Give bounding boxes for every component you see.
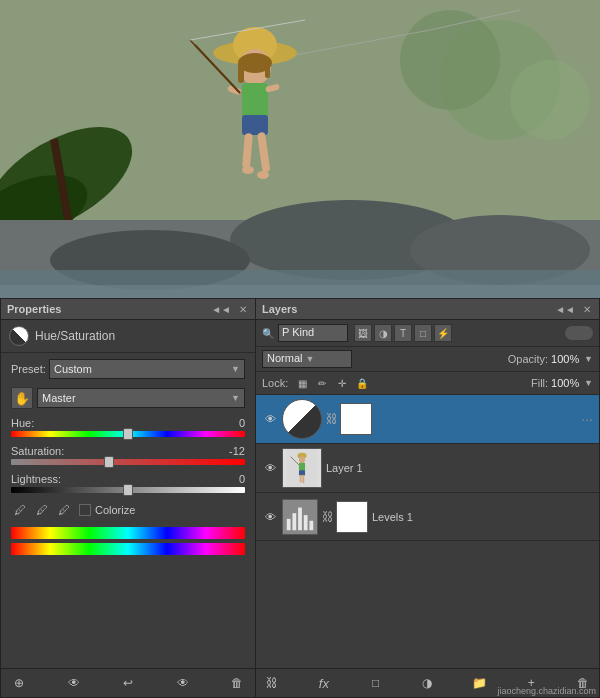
hue-slider-group: Hue: 0 (11, 417, 245, 437)
layers-collapse-btn[interactable]: ◄◄ (553, 304, 577, 315)
colorize-checkbox[interactable] (79, 504, 91, 516)
lock-pixels-btn[interactable]: ✏ (314, 375, 330, 391)
preset-arrow-icon: ▼ (231, 364, 240, 374)
add-adjustment-btn[interactable]: ◑ (417, 673, 437, 693)
eyedropper-group: 🖊 🖊 🖊 (11, 501, 73, 519)
lock-transparent-btn[interactable]: ▦ (294, 375, 310, 391)
add-mask-btn[interactable]: □ (366, 673, 386, 693)
saturation-thumb[interactable] (104, 456, 114, 468)
shape-filter-btn[interactable]: □ (414, 324, 432, 342)
svg-rect-21 (242, 83, 268, 118)
fill-label: Fill: (531, 377, 548, 389)
lock-position-btn[interactable]: ✛ (334, 375, 350, 391)
hue-sat-visibility-icon[interactable]: 👁 (262, 411, 278, 427)
saturation-track[interactable] (11, 459, 245, 465)
panels-container: Properties ◄◄ ✕ Hue/Saturation Preset: C… (0, 298, 600, 698)
hue-label: Hue: (11, 417, 34, 429)
blend-mode-select[interactable]: Normal ▼ (262, 350, 352, 368)
blend-mode-arrow-icon: ▼ (306, 354, 315, 364)
channel-arrow-icon: ▼ (231, 393, 240, 403)
history-btn[interactable]: ↩ (118, 673, 138, 693)
colorize-label[interactable]: Colorize (79, 504, 135, 516)
colorize-row: 🖊 🖊 🖊 Colorize (11, 501, 245, 519)
link-layers-btn[interactable]: ⛓ (262, 673, 282, 693)
svg-rect-24 (242, 115, 268, 135)
svg-rect-38 (302, 475, 304, 483)
levels-thumbnail (282, 499, 318, 535)
layers-titlebar: Layers ◄◄ ✕ (256, 299, 599, 320)
levels-visibility-icon[interactable]: 👁 (262, 509, 278, 525)
opacity-arrow-icon: ▼ (584, 354, 593, 364)
hue-track[interactable] (11, 431, 245, 437)
add-group-btn[interactable]: 📁 (469, 673, 489, 693)
layer-1-item[interactable]: 👁 Layer 1 (256, 444, 599, 493)
saturation-value: -12 (220, 445, 245, 457)
svg-rect-25 (242, 133, 253, 169)
hue-sat-layer-item[interactable]: 👁 ⛓ ··· (256, 395, 599, 444)
adjustment-filter-btn[interactable]: ◑ (374, 324, 392, 342)
channel-select[interactable]: Master ▼ (37, 388, 245, 408)
svg-rect-36 (299, 470, 305, 475)
properties-collapse-btn[interactable]: ◄◄ (209, 304, 233, 315)
watermark: jiaocheng.chazidian.com (497, 686, 596, 696)
layers-list: 👁 ⛓ ··· 👁 (256, 395, 599, 668)
visibility-btn[interactable]: 👁 (64, 673, 84, 693)
lightness-value: 0 (220, 473, 245, 485)
channel-row: ✋ Master ▼ (11, 387, 245, 409)
fx-btn[interactable]: fx (314, 673, 334, 693)
preset-select[interactable]: Custom ▼ (49, 359, 245, 379)
pixel-filter-btn[interactable]: 🖼 (354, 324, 372, 342)
preset-label: Preset: (11, 363, 49, 375)
properties-panel: Properties ◄◄ ✕ Hue/Saturation Preset: C… (0, 298, 256, 698)
smart-filter-btn[interactable]: ⚡ (434, 324, 452, 342)
levels-link-icon: ⛓ (322, 510, 332, 524)
layers-panel: Layers ◄◄ ✕ 🔍 P Kind 🖼 ◑ T □ ⚡ N (256, 298, 600, 698)
eyedropper-btn[interactable]: 🖊 (11, 501, 29, 519)
svg-rect-19 (238, 63, 244, 83)
layers-panel-controls: ◄◄ ✕ (553, 304, 593, 315)
eyedropper-add-btn[interactable]: 🖊 (33, 501, 51, 519)
svg-rect-42 (292, 513, 296, 530)
type-filter-btn[interactable]: T (394, 324, 412, 342)
layer-1-visibility-icon[interactable]: 👁 (262, 460, 278, 476)
hue-value: 0 (220, 417, 245, 429)
lightness-track[interactable] (11, 487, 245, 493)
eyedropper-subtract-btn[interactable]: 🖊 (55, 501, 73, 519)
delete-btn[interactable]: 🗑 (227, 673, 247, 693)
hue-thumb[interactable] (123, 428, 133, 440)
fill-value: 100% (551, 377, 581, 389)
create-adjustment-btn[interactable]: ⊕ (9, 673, 29, 693)
lock-all-btn[interactable]: 🔒 (354, 375, 370, 391)
fill-arrow-icon: ▼ (584, 378, 593, 388)
properties-close-btn[interactable]: ✕ (237, 304, 249, 315)
layers-filter-bar: 🔍 P Kind 🖼 ◑ T □ ⚡ (256, 320, 599, 347)
properties-title: Properties (7, 303, 61, 315)
channel-value: Master (42, 392, 76, 404)
fill-group: Fill: 100% ▼ (531, 377, 593, 389)
preset-row: Preset: Custom ▼ (11, 359, 245, 379)
layers-close-btn[interactable]: ✕ (581, 304, 593, 315)
saturation-slider-group: Saturation: -12 (11, 445, 245, 465)
blend-mode-value: Normal (267, 352, 302, 364)
layers-title: Layers (262, 303, 297, 315)
lightness-thumb[interactable] (123, 484, 133, 496)
svg-rect-41 (287, 518, 291, 529)
svg-point-28 (257, 171, 269, 179)
hand-tool-btn[interactable]: ✋ (11, 387, 33, 409)
properties-titlebar: Properties ◄◄ ✕ (1, 299, 255, 320)
spectrum-bar-top (11, 527, 245, 539)
levels-layer-item[interactable]: 👁 ⛓ Levels 1 (256, 493, 599, 541)
filter-icons-row: 🖼 ◑ T □ ⚡ (354, 324, 452, 342)
svg-rect-44 (304, 515, 308, 530)
hue-sat-layer-more-icon[interactable]: ··· (581, 411, 593, 427)
hue-sat-mask-thumbnail (340, 403, 372, 435)
filter-toggle[interactable] (565, 326, 593, 340)
filter-search-icon: 🔍 (262, 328, 274, 339)
svg-point-11 (400, 10, 500, 110)
visibility-on-btn[interactable]: 👁 (173, 673, 193, 693)
hue-sat-icon (9, 326, 29, 346)
svg-point-27 (242, 166, 254, 174)
lock-icons: ▦ ✏ ✛ 🔒 (294, 375, 370, 391)
kind-filter-select[interactable]: P Kind (278, 324, 348, 342)
svg-rect-26 (257, 132, 270, 173)
